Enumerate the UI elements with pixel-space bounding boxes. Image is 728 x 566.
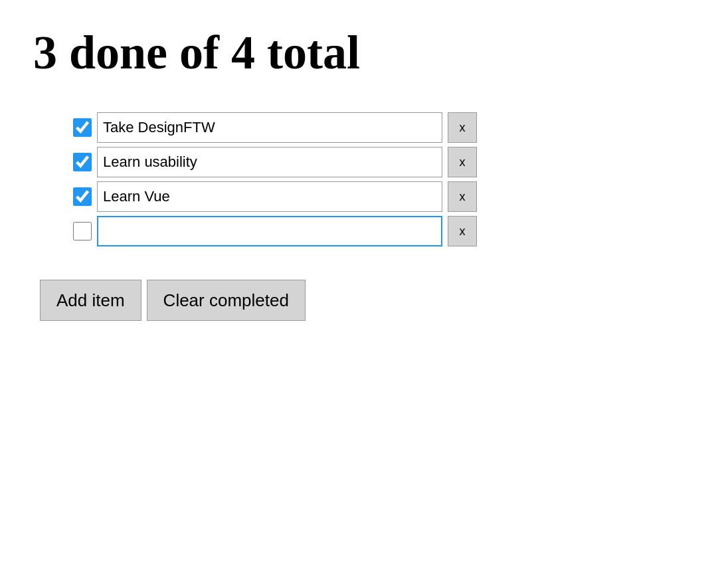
todo-item: x	[73, 181, 695, 212]
delete-button-3[interactable]: x	[448, 181, 477, 212]
todo-item: x	[73, 112, 695, 143]
todo-checkbox-1[interactable]	[73, 118, 92, 137]
page-title: 3 done of 4 total	[33, 27, 695, 79]
todo-item: x	[73, 216, 695, 246]
todo-item: x	[73, 147, 695, 177]
add-item-button[interactable]: Add item	[40, 280, 141, 321]
todo-checkbox-4[interactable]	[73, 222, 92, 240]
clear-completed-button[interactable]: Clear completed	[147, 280, 306, 321]
todo-text-1[interactable]	[97, 112, 442, 143]
action-buttons: Add item Clear completed	[33, 280, 695, 321]
todo-text-4[interactable]	[97, 216, 442, 246]
delete-button-4[interactable]: x	[448, 216, 477, 246]
todo-text-3[interactable]	[97, 181, 442, 212]
todo-checkbox-3[interactable]	[73, 187, 92, 206]
todo-checkbox-2[interactable]	[73, 153, 92, 171]
delete-button-2[interactable]: x	[448, 147, 477, 177]
delete-button-1[interactable]: x	[448, 112, 477, 143]
todo-text-2[interactable]	[97, 147, 442, 177]
todo-list: xxxx	[33, 112, 695, 246]
